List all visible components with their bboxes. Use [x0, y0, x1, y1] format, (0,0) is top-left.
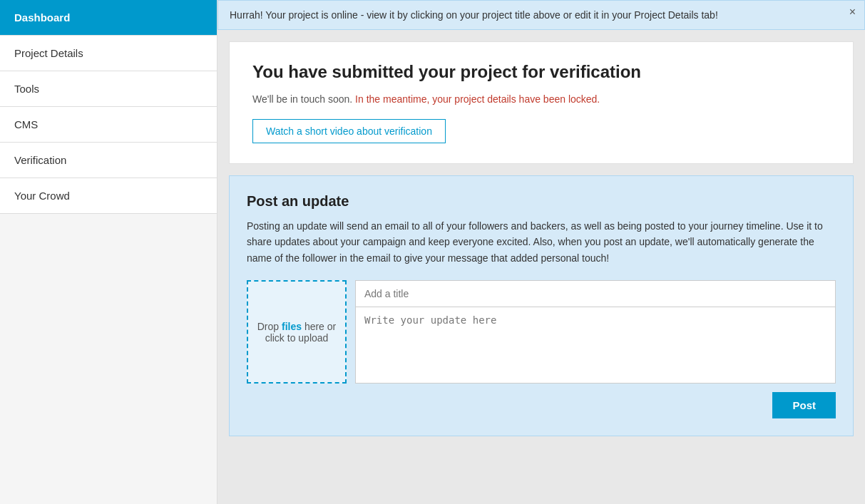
update-body-textarea[interactable]	[355, 307, 836, 384]
update-title-input[interactable]	[355, 280, 836, 307]
file-drop-zone[interactable]: Drop files here orclick to upload	[247, 280, 347, 384]
verification-subtitle: We'll be in touch soon. In the meantime,…	[252, 93, 830, 105]
sidebar-item-project-details[interactable]: Project Details	[0, 36, 217, 71]
post-update-section: Post an update Posting an update will se…	[229, 175, 854, 436]
notification-message: Hurrah! Your project is online - view it…	[230, 9, 718, 21]
post-update-title: Post an update	[247, 193, 836, 210]
watch-video-button[interactable]: Watch a short video about verification	[252, 119, 446, 143]
drop-zone-files-text: files	[282, 321, 302, 332]
verification-card: You have submitted your project for veri…	[229, 41, 854, 164]
sidebar: Dashboard Project Details Tools CMS Veri…	[0, 0, 217, 504]
post-update-description: Posting an update will send an email to …	[247, 218, 836, 266]
sidebar-item-cms[interactable]: CMS	[0, 107, 217, 143]
sidebar-item-dashboard[interactable]: Dashboard	[0, 0, 217, 36]
sidebar-item-verification[interactable]: Verification	[0, 143, 217, 178]
main-content: Hurrah! Your project is online - view it…	[217, 0, 865, 504]
post-button-row: Post	[247, 392, 836, 418]
upload-form-row: Drop files here orclick to upload	[247, 280, 836, 384]
sidebar-item-tools[interactable]: Tools	[0, 71, 217, 107]
post-button[interactable]: Post	[772, 392, 836, 418]
sidebar-item-your-crowd[interactable]: Your Crowd	[0, 178, 217, 214]
verification-title: You have submitted your project for veri…	[252, 62, 830, 82]
notification-banner: Hurrah! Your project is online - view it…	[217, 0, 865, 30]
subtitle-highlight: In the meantime, your project details ha…	[355, 93, 600, 105]
subtitle-plain: We'll be in touch soon.	[252, 93, 355, 105]
notification-close-button[interactable]: ×	[849, 6, 856, 18]
update-form-fields	[355, 280, 836, 384]
drop-zone-text: Drop files here orclick to upload	[257, 321, 337, 344]
